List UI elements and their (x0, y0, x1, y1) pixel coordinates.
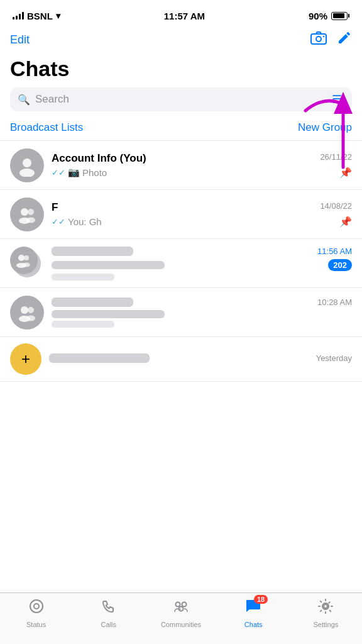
avatar-5: + (10, 343, 41, 375)
avatar-1 (10, 148, 44, 182)
svg-point-4 (23, 158, 31, 167)
chat-name-2: F (52, 201, 58, 214)
chat-time-2: 14/08/22 (320, 201, 352, 211)
svg-point-20 (30, 600, 43, 613)
tab-calls[interactable]: Calls (72, 598, 145, 628)
group-avatar-front-icon (15, 252, 33, 269)
carrier-label: BSNL (27, 11, 53, 21)
svg-point-12 (18, 255, 25, 261)
compose-icon (337, 30, 352, 45)
chat-content-1: Account Info (You) 26/11/22 ✓✓ 📷 Photo 📌 (52, 152, 352, 179)
chat-name-1: Account Info (You) (52, 152, 146, 165)
svg-point-23 (182, 602, 187, 607)
svg-point-2 (323, 36, 324, 37)
chat-item-1[interactable]: Account Info (You) 26/11/22 ✓✓ 📷 Photo 📌 (0, 141, 362, 190)
action-row: Broadcast Lists New Group (0, 118, 362, 140)
communities-tab-icon (173, 598, 189, 618)
status-left: BSNL ▾ (13, 11, 60, 21)
tab-communities[interactable]: Communities (145, 598, 217, 628)
compose-button[interactable] (337, 30, 352, 49)
status-time: 11:57 AM (164, 11, 205, 21)
person-avatar-icon (16, 154, 38, 177)
chat-item-5[interactable]: + Yesterday (0, 337, 362, 382)
double-check-icon-2: ✓✓ (52, 217, 65, 226)
blurred-extra-3 (52, 274, 114, 280)
camera-icon (310, 31, 327, 45)
camera-button[interactable] (310, 31, 327, 48)
settings-tab-icon (317, 598, 334, 618)
chat-content-5: Yesterday (49, 353, 352, 365)
search-bar[interactable]: 🔍 Search ☰ (10, 87, 352, 111)
svg-point-13 (24, 255, 29, 260)
calls-tab-label: Calls (101, 621, 116, 628)
status-tab-label: Status (26, 621, 46, 628)
chat-preview-2: ✓✓ You: Gh (52, 216, 339, 227)
chat-content-2: F 14/08/22 ✓✓ You: Gh 📌 (52, 201, 352, 228)
preview-text-1: Photo (82, 167, 107, 178)
group-avatar-icon-4 (16, 301, 38, 324)
svg-point-1 (316, 36, 321, 42)
camera-preview-icon: 📷 (68, 167, 80, 178)
svg-point-9 (26, 217, 35, 223)
double-check-icon-1: ✓✓ (52, 168, 65, 177)
communities-tab-label: Communities (161, 621, 201, 628)
svg-point-21 (34, 604, 39, 609)
new-group-link[interactable]: New Group (298, 121, 352, 134)
search-icon: 🔍 (18, 94, 30, 106)
tab-status[interactable]: Status (0, 598, 72, 628)
chat-content-3: 11:56 AM 202 (52, 247, 352, 280)
svg-rect-0 (311, 34, 326, 44)
header-icons (310, 30, 352, 49)
chats-tab-badge: 18 (254, 595, 268, 604)
title-section: Chats (0, 54, 362, 87)
page-title: Chats (10, 57, 352, 81)
svg-point-6 (21, 208, 28, 216)
svg-point-22 (176, 602, 180, 607)
svg-point-16 (21, 306, 28, 314)
status-right: 90% (309, 11, 349, 21)
chat-time-4: 10:28 AM (317, 297, 352, 307)
status-bar: BSNL ▾ 11:57 AM 90% (0, 0, 362, 28)
header: Edit (0, 28, 362, 54)
svg-point-5 (19, 169, 35, 177)
tab-chats[interactable]: 18 Chats (217, 598, 290, 628)
tab-bar: Status Calls Communities 18 Chats (0, 592, 362, 644)
edit-button[interactable]: Edit (10, 33, 30, 47)
chat-item-4[interactable]: 10:28 AM (0, 288, 362, 337)
blurred-preview-4 (52, 310, 165, 318)
chat-content-4: 10:28 AM (52, 297, 352, 328)
chats-tab-label: Chats (244, 621, 263, 628)
chats-tab-icon: 18 (245, 598, 261, 618)
tab-settings[interactable]: Settings (290, 598, 362, 628)
pin-icon-2: 📌 (339, 216, 352, 228)
blurred-extra-4 (52, 321, 114, 328)
chat-time-5: Yesterday (316, 353, 352, 363)
chat-preview-4 (52, 310, 352, 318)
chat-item-2[interactable]: F 14/08/22 ✓✓ You: Gh 📌 (0, 190, 362, 239)
preview-text-2: You: Gh (68, 216, 102, 227)
search-placeholder: Search (35, 93, 327, 106)
svg-point-7 (28, 209, 34, 215)
blurred-name-5 (49, 353, 150, 363)
filter-icon[interactable]: ☰ (332, 92, 342, 106)
broadcast-lists-link[interactable]: Broadcast Lists (10, 121, 83, 134)
chat-list: Account Info (You) 26/11/22 ✓✓ 📷 Photo 📌 (0, 140, 362, 382)
chat-preview-3 (52, 261, 328, 269)
avatar-3 (10, 247, 44, 280)
chat-time-3: 11:56 AM (317, 247, 352, 256)
signal-bars (13, 12, 24, 19)
avatar-4 (10, 296, 44, 330)
svg-point-19 (26, 315, 35, 321)
unread-badge-3: 202 (328, 259, 352, 271)
calls-tab-icon (101, 598, 117, 618)
chat-time-1: 26/11/22 (320, 152, 352, 162)
blurred-name-3 (52, 247, 133, 256)
status-tab-icon (28, 598, 45, 618)
svg-point-17 (28, 307, 34, 313)
settings-tab-label: Settings (314, 621, 339, 628)
wifi-icon: ▾ (56, 11, 60, 21)
svg-point-25 (324, 604, 327, 608)
pin-icon-1: 📌 (339, 167, 352, 179)
svg-point-15 (23, 262, 30, 267)
chat-item-3[interactable]: 11:56 AM 202 (0, 239, 362, 288)
